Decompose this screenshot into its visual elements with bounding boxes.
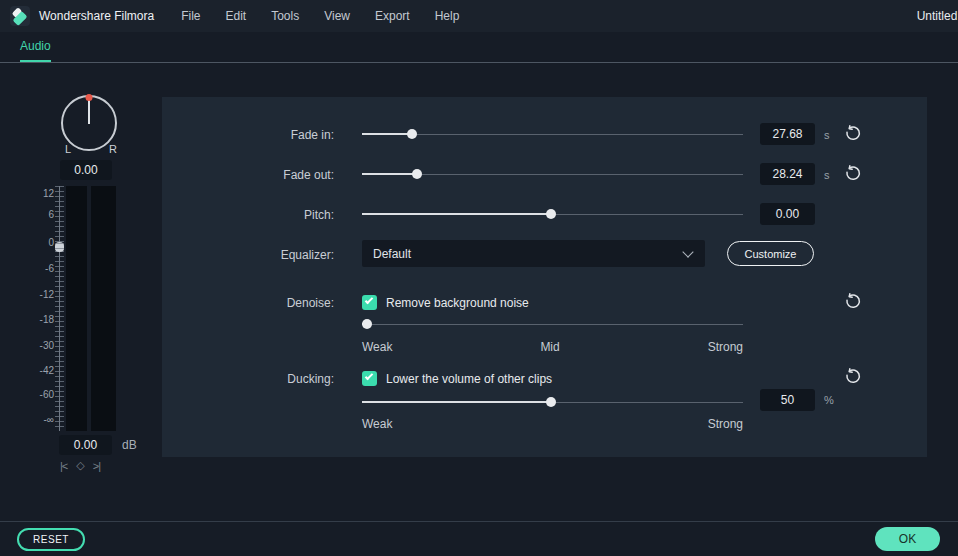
denoise-strong-label: Strong xyxy=(708,340,743,354)
meter-scale-tick: -30 xyxy=(18,340,54,351)
knob-left-label: L xyxy=(65,143,71,155)
equalizer-label: Equalizer: xyxy=(162,248,334,262)
volume-slider-track[interactable] xyxy=(55,186,64,431)
denoise-checkbox[interactable] xyxy=(362,295,377,310)
fade-in-label: Fade in: xyxy=(162,128,334,142)
audio-settings-panel: Fade in: 27.68 s Fade out: 28.24 s Pitch… xyxy=(162,97,927,457)
fade-out-slider[interactable] xyxy=(362,169,743,179)
denoise-scale-labels: Weak Mid Strong xyxy=(362,340,743,354)
pitch-slider[interactable] xyxy=(362,209,743,219)
fade-in-unit-label: s xyxy=(824,129,830,141)
fade-out-reset-icon[interactable] xyxy=(843,165,861,183)
tab-bar: Audio xyxy=(0,32,958,63)
ducking-label: Ducking: xyxy=(162,372,334,386)
next-keyframe-icon[interactable]: >| xyxy=(93,460,100,472)
reset-button[interactable]: RESET xyxy=(17,528,85,551)
denoise-checkbox-label: Remove background noise xyxy=(386,296,529,310)
fade-out-label: Fade out: xyxy=(162,168,334,182)
denoise-strength-slider[interactable] xyxy=(362,319,743,329)
ducking-unit-label: % xyxy=(824,394,834,406)
ducking-strength-slider[interactable] xyxy=(362,397,743,407)
tab-audio[interactable]: Audio xyxy=(20,39,51,62)
knob-indicator-dot xyxy=(86,94,93,101)
meter-scale-tick: -∞ xyxy=(18,414,54,425)
ducking-checkbox-label: Lower the volume of other clips xyxy=(386,372,552,386)
menu-edit[interactable]: Edit xyxy=(226,9,247,23)
meter-scale-tick: -12 xyxy=(18,289,54,300)
check-icon xyxy=(365,296,373,304)
meter-scale-tick: -42 xyxy=(18,365,54,376)
level-meter-right xyxy=(91,186,116,431)
ducking-reset-icon[interactable] xyxy=(843,368,861,386)
denoise-mid-label: Mid xyxy=(540,340,559,354)
knob-right-label: R xyxy=(109,143,117,155)
fade-in-value-field[interactable]: 27.68 xyxy=(760,123,815,145)
menu-help[interactable]: Help xyxy=(435,9,460,23)
menu-bar: File Edit Tools View Export Help xyxy=(181,9,459,23)
check-icon xyxy=(365,372,373,380)
meter-scale-tick: -60 xyxy=(18,389,54,400)
level-meter-left xyxy=(66,186,87,431)
filmora-window: Wondershare Filmora File Edit Tools View… xyxy=(0,0,958,556)
fade-out-value-field[interactable]: 28.24 xyxy=(760,163,815,185)
ducking-scale-labels: Weak Strong xyxy=(362,417,743,431)
equalizer-dropdown[interactable]: Default xyxy=(362,240,705,267)
ducking-value-field[interactable]: 50 xyxy=(760,389,815,411)
denoise-reset-icon[interactable] xyxy=(843,293,861,311)
balance-value-field[interactable]: 0.00 xyxy=(60,160,112,180)
denoise-weak-label: Weak xyxy=(362,340,392,354)
footer-bar: RESET OK xyxy=(0,521,958,556)
menu-view[interactable]: View xyxy=(324,9,350,23)
app-title: Wondershare Filmora xyxy=(39,9,154,23)
volume-unit-label: dB xyxy=(122,438,137,452)
titlebar: Wondershare Filmora File Edit Tools View… xyxy=(0,0,958,32)
document-title: Untitled : xyxy=(917,9,958,23)
fade-in-slider[interactable] xyxy=(362,129,743,139)
audio-settings-content: L R 0.00 12 6 0 -6 -12 -18 -30 -42 -60 -… xyxy=(0,64,958,521)
filmora-logo-icon xyxy=(10,6,30,26)
equalizer-selected-value: Default xyxy=(373,247,684,261)
menu-file[interactable]: File xyxy=(181,9,200,23)
ducking-checkbox[interactable] xyxy=(362,371,377,386)
meter-scale-tick: -18 xyxy=(18,314,54,325)
meter-scale-tick: -6 xyxy=(18,263,54,274)
meter-scale-tick: 6 xyxy=(18,209,54,220)
pitch-value-field[interactable]: 0.00 xyxy=(760,203,815,225)
prev-keyframe-icon[interactable]: |< xyxy=(60,460,67,472)
ok-button[interactable]: OK xyxy=(875,527,940,551)
menu-export[interactable]: Export xyxy=(375,9,410,23)
fade-in-reset-icon[interactable] xyxy=(843,125,861,143)
denoise-label: Denoise: xyxy=(162,296,334,310)
ducking-strong-label: Strong xyxy=(708,417,743,431)
volume-value-field[interactable]: 0.00 xyxy=(59,435,112,455)
meter-scale-tick: 12 xyxy=(18,188,54,199)
pitch-label: Pitch: xyxy=(162,208,334,222)
customize-button[interactable]: Customize xyxy=(727,241,814,266)
chevron-down-icon xyxy=(682,246,693,257)
fade-out-unit-label: s xyxy=(824,169,830,181)
keyframe-controls: |< ◇ >| xyxy=(60,459,100,472)
menu-tools[interactable]: Tools xyxy=(271,9,299,23)
knob-needle xyxy=(88,100,90,124)
volume-slider-handle[interactable] xyxy=(53,239,66,255)
add-keyframe-icon[interactable]: ◇ xyxy=(76,459,83,472)
ducking-weak-label: Weak xyxy=(362,417,392,431)
meter-scale-tick: 0 xyxy=(18,237,54,248)
